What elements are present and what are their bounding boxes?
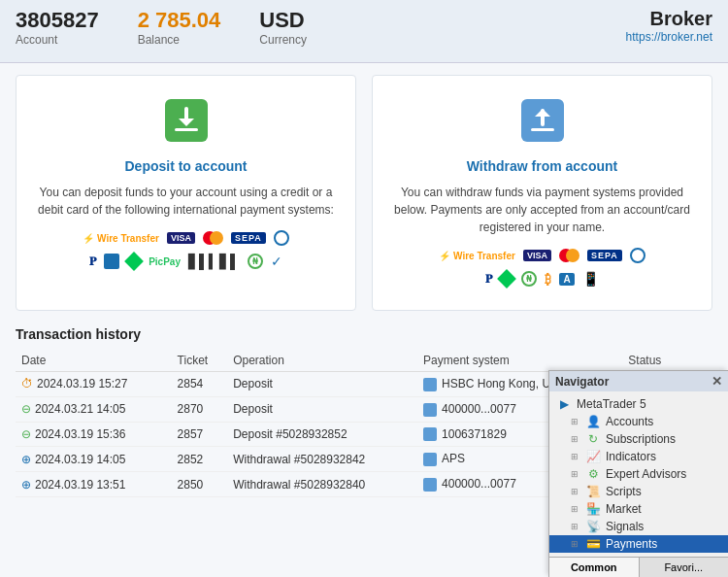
cell-operation: Deposit xyxy=(227,372,417,397)
nav-label: Market xyxy=(606,502,642,516)
navigator-close-button[interactable]: ✕ xyxy=(711,374,722,389)
market-icon: 🏪 xyxy=(586,502,600,516)
a-icon-w[interactable]: A xyxy=(559,273,574,286)
header: 3805827 Account 2 785.04 Balance USD Cur… xyxy=(0,0,728,63)
mobile-icon-w[interactable]: 📱 xyxy=(582,271,599,287)
paypal-icon-w[interactable]: 𝐏 xyxy=(485,272,492,286)
mt5-icon: ▶ xyxy=(557,397,571,411)
tab-common[interactable]: Common xyxy=(549,558,640,577)
deposit-svg xyxy=(161,95,212,146)
diamond-icon-w[interactable] xyxy=(500,272,513,286)
nav-label: Signals xyxy=(606,520,644,533)
nav-item-mt5[interactable]: ▶ MetaTrader 5 xyxy=(549,395,728,413)
cell-date: ⏱2024.03.19 15:27 xyxy=(16,372,172,397)
accounts-icon: 👤 xyxy=(586,415,600,428)
broker-url[interactable]: https://broker.net xyxy=(626,30,712,44)
deposit-payment-icons-row1: ⚡ Wire Transfer VISA SEPA xyxy=(36,230,336,246)
balance-value: 2 785.04 xyxy=(138,8,221,33)
withdraw-payment-icons-row1: ⚡ Wire Transfer VISA SEPA xyxy=(392,248,692,263)
globe-icon-w[interactable] xyxy=(630,248,645,263)
cell-operation: Deposit #5028932852 xyxy=(227,422,417,447)
tab-favorites[interactable]: Favori... xyxy=(640,558,729,577)
navigator-items: ▶ MetaTrader 5 ⊞ 👤 Accounts ⊞ ↻ Subscrip… xyxy=(549,391,728,557)
withdraw-desc: You can withdraw funds via payment syste… xyxy=(392,184,692,236)
nav-item-signals[interactable]: ⊞ 📡 Signals xyxy=(549,518,728,535)
cell-operation: Deposit xyxy=(227,396,417,422)
expand-icon: ⊞ xyxy=(571,452,579,461)
expert-icon: ⚙ xyxy=(586,467,600,481)
nav-item-market[interactable]: ⊞ 🏪 Market xyxy=(549,500,728,518)
cell-ticket: 2854 xyxy=(172,372,228,397)
currency-label: Currency xyxy=(259,33,307,47)
visa-icon-w[interactable]: VISA xyxy=(523,250,551,261)
col-operation: Operation xyxy=(227,350,417,372)
account-info: 3805827 Account xyxy=(16,8,99,47)
naira-icon-w[interactable]: ₦ xyxy=(521,271,537,287)
withdraw-icon xyxy=(392,95,692,149)
mastercard-icon-w[interactable] xyxy=(559,249,579,262)
nav-item-indicators[interactable]: ⊞ 📈 Indicators xyxy=(549,448,728,465)
wire-transfer-icon-w[interactable]: ⚡ Wire Transfer xyxy=(439,251,515,261)
balance-info: 2 785.04 Balance xyxy=(138,8,221,47)
check-icon[interactable]: ✓ xyxy=(271,254,282,269)
col-ticket: Ticket xyxy=(172,350,228,372)
scripts-icon: 📜 xyxy=(586,485,600,498)
account-number: 3805827 xyxy=(16,8,99,33)
svg-rect-1 xyxy=(175,128,198,131)
barcode-icon[interactable]: ▋▌▍▋▌ xyxy=(188,254,240,269)
blue-square-icon[interactable] xyxy=(104,254,119,269)
sepa-icon[interactable]: SEPA xyxy=(231,232,266,244)
nav-item-scripts[interactable]: ⊞ 📜 Scripts xyxy=(549,483,728,500)
sepa-icon-w[interactable]: SEPA xyxy=(587,250,622,261)
expand-icon: ⊞ xyxy=(571,469,579,479)
mastercard-icon[interactable] xyxy=(203,231,223,245)
paypal-icon[interactable]: 𝐏 xyxy=(89,255,96,268)
cell-ticket: 2870 xyxy=(172,396,228,422)
navigator-titlebar: Navigator ✕ xyxy=(549,371,728,391)
nav-item-accounts[interactable]: ⊞ 👤 Accounts xyxy=(549,413,728,430)
cell-date: ⊕2024.03.19 13:51 xyxy=(16,472,172,497)
withdraw-payment-icons-row2: 𝐏 ₦ ₿ A 📱 xyxy=(392,271,692,287)
indicators-icon: 📈 xyxy=(586,450,600,463)
globe-icon[interactable] xyxy=(274,230,289,246)
deposit-card: Deposit to account You can deposit funds… xyxy=(16,75,356,311)
nav-item-subscriptions[interactable]: ⊞ ↻ Subscriptions xyxy=(549,430,728,448)
bitcoin-icon-w[interactable]: ₿ xyxy=(545,272,551,287)
nav-item-expert[interactable]: ⊞ ⚙ Expert Advisors xyxy=(549,465,728,483)
broker-info: Broker https://broker.net xyxy=(626,8,712,44)
col-date: Date xyxy=(16,350,172,372)
cell-ticket: 2850 xyxy=(172,472,228,497)
cell-date: ⊖2024.03.21 14:05 xyxy=(16,396,172,422)
nav-label: Indicators xyxy=(606,450,656,463)
deposit-icon xyxy=(36,95,336,149)
withdraw-svg xyxy=(517,95,568,146)
col-payment: Payment system xyxy=(417,350,622,372)
expand-icon: ⊞ xyxy=(571,434,579,444)
nav-label: Expert Advisors xyxy=(606,467,686,481)
subscriptions-icon: ↻ xyxy=(586,432,600,446)
navigator-title: Navigator xyxy=(555,375,609,389)
col-status: Status xyxy=(622,350,712,372)
broker-name: Broker xyxy=(626,8,712,30)
navigator-tabs: Common Favori... xyxy=(549,557,728,577)
nav-label: Subscriptions xyxy=(606,432,676,446)
cell-ticket: 2857 xyxy=(172,422,228,447)
header-left: 3805827 Account 2 785.04 Balance USD Cur… xyxy=(16,8,307,47)
withdraw-card: Withdraw from account You can withdraw f… xyxy=(372,75,712,311)
cards-row: Deposit to account You can deposit funds… xyxy=(16,75,712,311)
visa-icon[interactable]: VISA xyxy=(167,232,195,244)
nav-label: Scripts xyxy=(606,485,642,498)
transaction-history-title: Transaction history xyxy=(16,326,712,342)
nav-item-payments[interactable]: ⊞ 💳 Payments xyxy=(549,535,728,553)
wire-transfer-icon[interactable]: ⚡ Wire Transfer xyxy=(83,233,159,244)
nav-label: Payments xyxy=(606,537,657,551)
navigator-panel: Navigator ✕ ▶ MetaTrader 5 ⊞ 👤 Accounts … xyxy=(548,370,728,577)
picpay-icon[interactable]: PicPay xyxy=(149,256,181,267)
deposit-payment-icons-row2: 𝐏 PicPay ▋▌▍▋▌ ₦ ✓ xyxy=(36,254,336,269)
cell-date: ⊕2024.03.19 14:05 xyxy=(16,447,172,472)
svg-rect-5 xyxy=(531,128,554,131)
diamond-icon[interactable] xyxy=(127,255,141,268)
currency-info: USD Currency xyxy=(259,8,307,47)
naira-icon[interactable]: ₦ xyxy=(248,254,263,269)
table-header: Date Ticket Operation Payment system Sta… xyxy=(16,350,712,372)
